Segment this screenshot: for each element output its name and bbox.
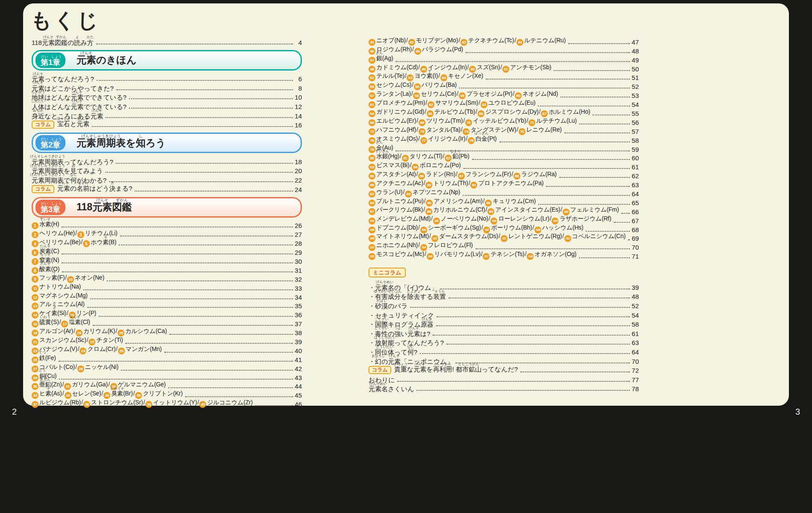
- toc-entry-label: 48カドミウム(Cd)/49インジウム(In)/50スズ(Sn)/51アンチモン…: [369, 64, 551, 73]
- furigana-text: げんそ: [80, 51, 92, 55]
- dot-leader: [397, 381, 630, 382]
- toc-entry-label: 16いおう硫黄(S)/17えんそ塩素(Cl): [32, 318, 90, 327]
- separator-slash: /: [102, 390, 103, 397]
- element-number-badge: 5: [83, 240, 90, 247]
- dot-leader: [538, 106, 630, 106]
- dot-leader: [255, 405, 293, 406]
- separator-slash: /: [74, 327, 75, 334]
- element-toc-row: 68エルビウム(Er)/69ツリウム(Tm)/70イッテルビウム(Yb)/71ル…: [369, 117, 639, 126]
- dot-leader: [538, 204, 630, 205]
- element-number-badge: 44: [517, 39, 523, 46]
- separator-slash: /: [517, 126, 518, 133]
- ruby-base: かた方: [87, 39, 94, 46]
- ruby-base: だい第: [41, 59, 48, 66]
- element-number-badge: 109: [369, 235, 375, 242]
- toc-entry-label: 101メンデレビウム(Md)/102ノーベリウム(No)/103ローレンシウム(…: [369, 215, 611, 224]
- separator-slash: /: [463, 117, 465, 124]
- separator-slash: /: [425, 251, 426, 257]
- toc-page-number: 38: [294, 329, 302, 336]
- furigana-text: げんそしゅうきひょう: [81, 134, 121, 138]
- toc-page-number: 39: [631, 284, 639, 291]
- dot-leader: [62, 227, 293, 227]
- dot-leader: [87, 307, 293, 308]
- separator-slash: /: [457, 90, 458, 97]
- separator-slash: /: [469, 180, 470, 186]
- toc-page-number: 70: [631, 358, 639, 365]
- ruby-base: ずかん図鑑: [112, 202, 132, 212]
- separator-slash: /: [400, 153, 402, 159]
- ruby-base: つよ強: [394, 330, 401, 337]
- toc-entry-label: 118げんそ元素ずかん図鑑のよ読みかた方: [32, 39, 94, 46]
- element-number-badge: 11: [32, 285, 38, 292]
- toc-page-number: 18: [294, 158, 302, 165]
- separator-slash: /: [485, 206, 487, 213]
- element-number-badge: 56: [414, 83, 421, 90]
- furigana-text: そうち: [434, 290, 445, 293]
- element-number-badge: 7: [32, 258, 38, 265]
- element-toc-row: 115モスコビウム(Mc)/116リバモリウム(Lv)/117テネシン(Ts)/…: [369, 251, 639, 260]
- toc-page-number: 58: [631, 321, 639, 328]
- ruby-base: だい第: [41, 206, 48, 213]
- element-toc-row: 48カドミウム(Cd)/49インジウム(In)/50スズ(Sn)/51アンチモン…: [369, 64, 639, 73]
- dot-leader: [559, 177, 630, 178]
- furigana-text: さんそ: [40, 262, 51, 265]
- separator-slash: /: [425, 108, 426, 115]
- toc-entry-label: 97バークリウム(Bk)/98カリホルニウム(Cf)/99アインスタイニウム(E…: [369, 206, 619, 215]
- furigana-text: あえん: [40, 378, 51, 381]
- toc-page-number: 37: [294, 320, 302, 327]
- dot-leader: [164, 352, 293, 353]
- toc-entry-label: 94プルトニウム(Pu)/95アメリシウム(Am)/96キュリウム(Cm): [369, 198, 536, 206]
- element-number-badge: 101: [369, 218, 375, 224]
- element-number-badge: 8: [32, 267, 38, 274]
- furigana-text: じょきょ: [407, 290, 421, 293]
- toc-entry-label: 89アクチニウム(Ac)/90トリウム(Th)/91プロトアクチニウム(Pa): [369, 180, 543, 189]
- separator-slash: /: [526, 117, 528, 124]
- dot-leader: [168, 387, 293, 388]
- element-number-badge: 14: [32, 312, 38, 318]
- dot-leader: [59, 379, 293, 380]
- furigana-text: ちっそ: [40, 253, 51, 256]
- furigana-text: みぢか: [33, 109, 44, 112]
- toc-page-number: 34: [294, 294, 302, 301]
- toc-page-number: 6: [294, 75, 302, 83]
- element-number-badge: 94: [369, 200, 375, 206]
- furigana-text: げんそ: [408, 327, 419, 330]
- furigana-text: どういたい: [376, 345, 393, 349]
- toc-page-number: 22: [294, 177, 302, 184]
- separator-slash: /: [424, 198, 425, 204]
- dot-leader: [463, 195, 630, 196]
- element-number-badge: 79: [369, 146, 375, 153]
- chapter-title: げんそ元素のきほん: [77, 55, 136, 65]
- separator-slash: /: [511, 171, 513, 177]
- element-toc-row: 9フッそ素(F)/10ネオン(Ne)32: [32, 274, 302, 283]
- furigana-text: なまえ: [78, 181, 89, 185]
- dot-leader: [440, 289, 630, 289]
- element-number-badge: 106: [420, 227, 427, 233]
- dot-leader: [437, 316, 630, 317]
- column-badge: コラム: [32, 185, 54, 193]
- element-number-badge: 33: [32, 392, 38, 399]
- element-toc-row: 16いおう硫黄(S)/17えんそ塩素(Cl)37: [32, 318, 302, 327]
- element-toc-row: 80すいぎん水銀(Hg)/81タリウム(Tl)/82なまり鉛(Pb)60: [369, 153, 639, 162]
- element-number-badge: 107: [483, 227, 490, 233]
- element-number-badge: 42: [408, 39, 415, 46]
- separator-slash: /: [133, 390, 135, 397]
- furigana-text: すいそ: [40, 218, 51, 221]
- toc-page-number: 36: [294, 311, 302, 318]
- toc-page-number: 78: [631, 385, 639, 392]
- ruby-base: き決: [109, 185, 115, 192]
- toc-entry-label: 68エルビウム(Er)/69ツリウム(Tm)/70イッテルビウム(Yb)/71ル…: [369, 117, 577, 126]
- separator-slash: /: [500, 64, 502, 71]
- element-number-badge: 95: [426, 200, 433, 206]
- furigana-text: そ: [428, 69, 431, 73]
- separator-slash: /: [108, 381, 110, 388]
- element-number-badge: 46: [414, 48, 421, 55]
- element-number-badge: 53: [407, 74, 413, 81]
- furigana-text: てつ: [39, 351, 46, 354]
- separator-slash: /: [481, 224, 483, 231]
- element-number-badge: 47: [369, 57, 375, 64]
- element-number-badge: 69: [419, 119, 425, 126]
- element-number-badge: 1: [32, 222, 38, 229]
- mini-column-header: ミニコラム: [369, 268, 639, 277]
- dot-leader: [99, 316, 293, 317]
